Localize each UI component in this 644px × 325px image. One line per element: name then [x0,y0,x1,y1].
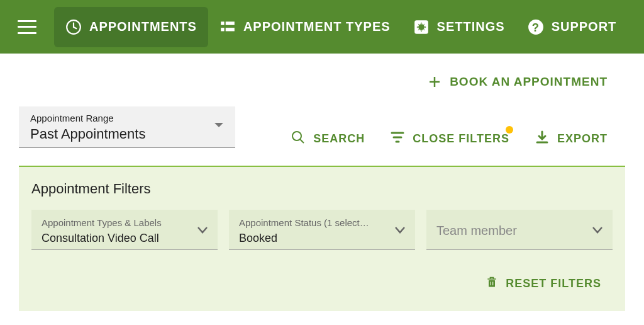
svg-rect-4 [226,28,235,31]
svg-rect-3 [221,28,224,31]
range-value: Past Appointments [30,126,226,142]
reset-filters-button[interactable]: RESET FILTERS [486,275,601,292]
export-button[interactable]: EXPORT [535,130,608,148]
svg-rect-14 [489,280,495,287]
filter-value: Booked [239,232,406,245]
nav-label: SUPPORT [552,20,617,34]
range-label: Appointment Range [30,113,226,123]
nav-appointment-types[interactable]: APPOINTMENT TYPES [208,7,402,47]
chevron-down-icon [592,225,602,236]
svg-point-6 [418,24,425,30]
nav-label: SETTINGS [437,20,505,34]
svg-line-12 [300,139,304,143]
filter-placeholder: Team member [436,224,604,238]
chevron-down-icon [395,225,405,236]
search-button[interactable]: SEARCH [291,130,365,148]
nav-settings[interactable]: SETTINGS [402,7,516,47]
download-icon [535,130,550,148]
grid-icon [219,19,236,35]
gear-icon [413,19,430,35]
svg-rect-1 [221,21,224,25]
nav-label: APPOINTMENTS [89,20,197,34]
search-label: SEARCH [313,132,365,145]
filters-panel: Appointment Filters Appointment Types & … [19,166,625,311]
svg-text:?: ? [531,20,539,33]
nav-appointments[interactable]: APPOINTMENTS [54,7,208,47]
search-icon [291,130,306,148]
help-icon: ? [528,19,544,35]
trash-icon [486,275,498,292]
filter-label: Appointment Types & Labels [42,217,184,228]
plus-icon [428,76,441,88]
filter-label: Appointment Status (1 select… [239,217,381,228]
close-filters-label: CLOSE FILTERS [413,132,509,145]
close-filters-button[interactable]: CLOSE FILTERS [390,130,509,148]
filter-icon [390,130,405,148]
chevron-down-icon [197,225,208,236]
filter-team-member-select[interactable]: Team member [426,210,613,250]
svg-point-11 [292,132,301,140]
top-nav: APPOINTMENTS APPOINTMENT TYPES SETTINGS … [0,0,644,54]
filter-appointment-status-select[interactable]: Appointment Status (1 select… Booked [229,210,415,250]
appointment-range-select[interactable]: Appointment Range Past Appointments [19,106,235,148]
book-label: BOOK AN APPOINTMENT [450,75,608,89]
nav-label: APPOINTMENT TYPES [243,20,391,34]
filter-appointment-types-select[interactable]: Appointment Types & Labels Consultation … [31,210,218,250]
toolbar: SEARCH CLOSE FILTERS EXPORT [291,130,608,148]
reset-label: RESET FILTERS [506,277,601,290]
filter-badge-dot [506,126,513,134]
nav-support[interactable]: ? SUPPORT [516,7,628,47]
chevron-down-icon [214,120,224,132]
svg-rect-2 [226,21,235,25]
clock-icon [65,19,82,35]
hamburger-menu-icon[interactable] [18,20,36,34]
filters-title: Appointment Filters [31,181,613,197]
book-appointment-button[interactable]: BOOK AN APPOINTMENT [428,75,608,89]
export-label: EXPORT [557,132,608,145]
filter-value: Consultation Video Call [42,232,209,245]
